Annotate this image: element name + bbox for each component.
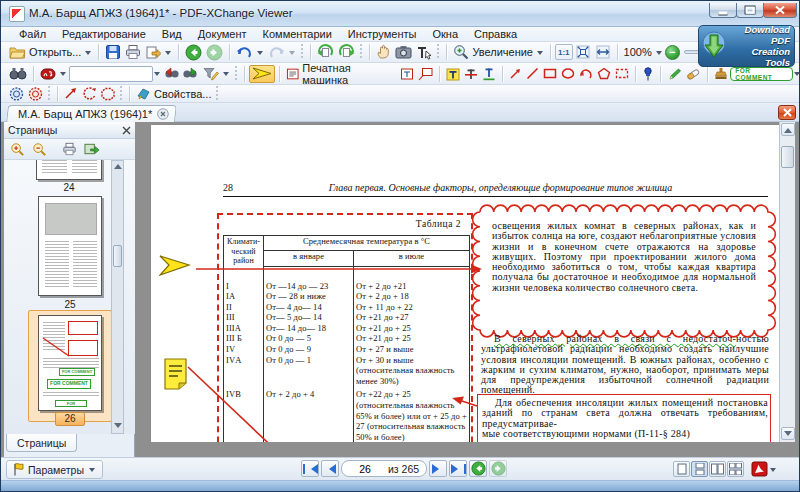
- find-previous-button[interactable]: [161, 65, 181, 83]
- thumbnails-scrollbar[interactable]: [111, 160, 124, 434]
- stamp-tool-button[interactable]: [712, 65, 730, 83]
- view-back-button[interactable]: [469, 460, 487, 477]
- select-text-tool-button[interactable]: [414, 43, 434, 61]
- scroll-down-button[interactable]: [781, 427, 795, 440]
- filter-button[interactable]: [201, 65, 232, 83]
- rotate-ccw-button[interactable]: [315, 43, 336, 61]
- stamp-for-comment-button[interactable]: FOR COMMENT: [730, 67, 793, 81]
- snapshot-tool-button[interactable]: [393, 43, 414, 61]
- red-rotate-stamp-button[interactable]: [80, 85, 99, 103]
- arrow-tool-button[interactable]: [507, 65, 524, 83]
- typewriter-tool-button[interactable]: Печатная машинка: [284, 65, 399, 83]
- panel-close-icon[interactable]: [122, 126, 131, 135]
- thumbnails-scroll-up-icon[interactable]: [114, 163, 122, 169]
- go-back-button[interactable]: [183, 43, 204, 61]
- document-scroll-thumb[interactable]: [781, 146, 794, 168]
- underline-text-tool-button[interactable]: [480, 65, 498, 83]
- view-forward-button[interactable]: [489, 460, 507, 477]
- annotation-note-icon[interactable]: [164, 358, 188, 390]
- facing-pages-button[interactable]: [709, 461, 726, 477]
- seal-blue-button[interactable]: [7, 85, 26, 103]
- export-button[interactable]: [143, 43, 174, 61]
- polyline-tool-button[interactable]: [577, 65, 595, 83]
- annotation-yellow-arrow[interactable]: [159, 254, 191, 277]
- print-button[interactable]: [123, 43, 143, 61]
- properties-button[interactable]: Свойства...: [134, 85, 213, 103]
- red-octagon-stamp-button[interactable]: [99, 85, 117, 103]
- page-number-input[interactable]: [350, 462, 380, 476]
- line-tool-button[interactable]: [524, 65, 541, 83]
- tab-close-icon[interactable]: [157, 108, 169, 120]
- close-document-button[interactable]: [778, 105, 796, 120]
- download-pdf-tools-button[interactable]: Download PDF Creation Tools: [698, 25, 795, 67]
- redo-button[interactable]: [266, 43, 298, 61]
- page-number-field[interactable]: из 265: [341, 460, 427, 477]
- fit-page-button[interactable]: [573, 43, 593, 61]
- thumbnails-scroll-thumb[interactable]: [113, 245, 122, 267]
- document-tab[interactable]: М.А. Барщ АПЖЗ (1964)1*: [6, 105, 177, 122]
- search-combo-input[interactable]: [69, 66, 153, 82]
- annotation-red-rect[interactable]: Для обеспечения инсоляции жилых помещени…: [477, 394, 771, 442]
- seal-red-button[interactable]: [26, 85, 45, 103]
- thumbnail-page-25[interactable]: [38, 196, 102, 296]
- first-page-button[interactable]: [301, 460, 319, 477]
- text-box-tool-button[interactable]: [398, 65, 416, 83]
- menu-edit[interactable]: Редактирование: [54, 27, 154, 42]
- thumbnail-page-24[interactable]: [36, 160, 102, 180]
- pin-tool-button[interactable]: [640, 65, 656, 83]
- pencil-tool-button[interactable]: [665, 65, 684, 83]
- thumb-zoom-out-button[interactable]: [30, 140, 49, 158]
- rectangle-tool-button[interactable]: [541, 65, 559, 83]
- options-button[interactable]: Параметры: [6, 460, 103, 479]
- pdf-app-dropdown-icon[interactable]: [770, 468, 776, 475]
- annotation-cloud[interactable]: освещения жилых комнат в северных района…: [477, 209, 771, 333]
- options-dropdown-icon[interactable]: [89, 468, 95, 475]
- scroll-up-button[interactable]: [781, 123, 795, 136]
- menu-window[interactable]: Окна: [424, 27, 466, 42]
- next-page-button[interactable]: [429, 460, 447, 477]
- actual-size-button[interactable]: 1:1: [555, 44, 573, 60]
- open-button[interactable]: Открыть...: [7, 43, 94, 61]
- pdf-app-button[interactable]: [751, 461, 777, 477]
- menu-comments[interactable]: Комментарии: [255, 27, 340, 42]
- go-forward-button[interactable]: [204, 43, 225, 61]
- maximize-button[interactable]: [736, 3, 764, 18]
- open-dropdown-icon[interactable]: [85, 51, 91, 58]
- polygon-tool-button[interactable]: [595, 65, 613, 83]
- last-page-button[interactable]: [449, 460, 467, 477]
- eraser-tool-button[interactable]: [684, 65, 703, 83]
- zoom-out-button[interactable]: −: [665, 45, 680, 60]
- continuous-page-button[interactable]: [691, 461, 708, 477]
- zoom-dropdown-icon[interactable]: [537, 51, 543, 58]
- export-dropdown-icon[interactable]: [165, 51, 171, 58]
- zoom-level-select[interactable]: 100%: [622, 43, 665, 61]
- undo-dropdown-icon[interactable]: [257, 51, 263, 58]
- menu-document[interactable]: Документ: [190, 27, 255, 42]
- facing-continuous-button[interactable]: [727, 461, 744, 477]
- menu-tools[interactable]: Инструменты: [340, 27, 425, 42]
- hand-tool-button[interactable]: [374, 43, 393, 61]
- search-combo-dropdown-icon[interactable]: [154, 72, 160, 79]
- thumbnail-page-26[interactable]: FOR COMMENT FOR COMMENT FOR COMMENT: [38, 315, 102, 411]
- previous-page-button[interactable]: [321, 460, 339, 477]
- thumb-zoom-in-button[interactable]: [8, 140, 27, 158]
- rotate-cw-button[interactable]: [336, 43, 357, 61]
- search-options-dropdown-icon[interactable]: [60, 72, 66, 79]
- thumb-print-button[interactable]: [60, 140, 79, 158]
- filter-dropdown-icon[interactable]: [223, 72, 229, 79]
- zoom-tool-button[interactable]: Увеличение: [451, 43, 546, 61]
- menu-view[interactable]: Вид: [154, 27, 190, 42]
- find-next-button[interactable]: [181, 65, 201, 83]
- callout-tool-button[interactable]: [416, 65, 435, 83]
- thumb-export-button[interactable]: [82, 140, 102, 158]
- save-button[interactable]: [103, 43, 123, 61]
- undo-button[interactable]: [234, 43, 266, 61]
- arrow-marker-tool-button[interactable]: [249, 65, 275, 83]
- pages-bottom-tab[interactable]: Страницы: [6, 434, 77, 452]
- stamp-dropdown-icon[interactable]: [794, 72, 800, 79]
- redo-dropdown-icon[interactable]: [289, 51, 295, 58]
- lasso-tool-button[interactable]: [613, 65, 631, 83]
- fit-width-button[interactable]: [593, 43, 613, 61]
- single-page-button[interactable]: [673, 461, 690, 477]
- thumbnail-page-26-selected[interactable]: FOR COMMENT FOR COMMENT FOR COMMENT 26: [28, 310, 112, 422]
